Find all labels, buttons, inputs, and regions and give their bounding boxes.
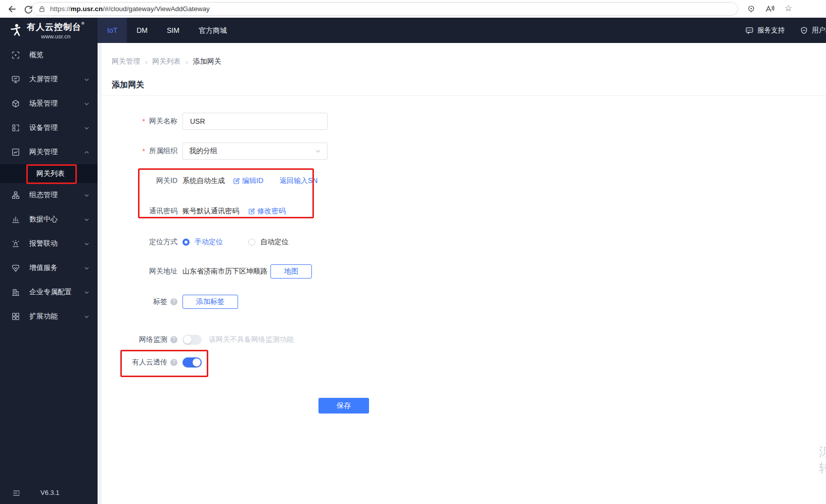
breadcrumb-gateway-mgmt[interactable]: 网关管理 — [112, 57, 140, 66]
sidebar-item-label: 增值服务 — [29, 263, 58, 272]
version-label: V6.3.1 — [40, 489, 60, 496]
positioning-label: 定位方式 — [112, 238, 177, 247]
sidebar-content-gap — [98, 43, 102, 504]
chevron-down-icon — [84, 125, 89, 131]
cloud-passthrough-toggle[interactable] — [182, 357, 202, 368]
tab-iot[interactable]: IoT — [98, 18, 127, 43]
form-row-tag: 标签? 添加标签 — [112, 293, 238, 310]
sidebar-item-label: 组态管理 — [29, 191, 58, 200]
auto-positioning-radio[interactable] — [248, 239, 255, 246]
address-label: 网关地址 — [112, 267, 177, 276]
shield-icon — [800, 26, 808, 35]
form-row-cloud-passthrough: 有人云透传? — [112, 354, 202, 371]
grid-icon — [11, 312, 20, 321]
sidebar-item-label: 场景管理 — [29, 99, 58, 108]
favorite-star-icon[interactable]: ☆ — [785, 3, 792, 14]
sidebar-item-label: 企业专属配置 — [29, 288, 72, 297]
gateway-name-label: *网关名称 — [112, 117, 177, 126]
tab-official-store[interactable]: 官方商城 — [189, 18, 237, 43]
logo-title: 有人云控制台® — [27, 21, 85, 33]
browser-bar: https://mp.usr.cn/#/cloud/gateway/ViewAd… — [0, 0, 826, 18]
edit-id-link[interactable]: 编辑ID — [233, 176, 263, 186]
tag-label: 标签? — [112, 297, 177, 306]
edit-icon — [233, 177, 240, 185]
chevron-down-icon — [84, 217, 89, 222]
sidebar-item-label: 设备管理 — [29, 123, 58, 132]
save-button[interactable]: 保存 — [318, 398, 369, 414]
sidebar-item-label: 扩展功能 — [29, 312, 58, 321]
sidebar-item-gateway[interactable]: 网关管理 — [0, 140, 98, 164]
device-icon — [11, 123, 20, 132]
tab-sim[interactable]: SIM — [157, 18, 189, 43]
add-tag-button[interactable]: 添加标签 — [182, 295, 238, 309]
top-nav-tabs: IoT DM SIM 官方商城 — [98, 18, 237, 43]
breadcrumb-current: 添加网关 — [193, 57, 221, 66]
gateway-id-label: 网关ID — [112, 176, 177, 186]
change-password-link[interactable]: 修改密码 — [248, 207, 286, 216]
location-icon[interactable] — [747, 5, 756, 14]
help-icon[interactable]: ? — [170, 336, 177, 343]
gateway-icon — [11, 148, 20, 157]
breadcrumb-gateway-list[interactable]: 网关列表 — [152, 57, 180, 66]
collapse-sidebar-icon[interactable] — [12, 489, 21, 497]
organization-selected-value: 我的分组 — [189, 147, 217, 156]
sidebar-item-enterprise-config[interactable]: 企业专属配置 — [0, 280, 98, 304]
chevron-up-icon — [84, 150, 89, 155]
back-icon[interactable] — [7, 4, 17, 14]
chevron-down-icon — [84, 77, 89, 82]
sidebar-footer: V6.3.1 — [0, 488, 98, 499]
map-button[interactable]: 地图 — [270, 264, 312, 279]
sidebar-item-label: 数据中心 — [29, 215, 58, 224]
service-support[interactable]: 服务支持 — [745, 26, 785, 35]
breadcrumb-separator: › — [186, 58, 188, 66]
main-content: 网关管理 › 网关列表 › 添加网关 添加网关 *网关名称 *所属组织 我的分组… — [102, 43, 826, 504]
header-right: 服务支持 用户权限 — [745, 18, 826, 43]
manual-positioning-label[interactable]: 手动定位 — [195, 238, 223, 247]
app-header: 有人云控制台® www.usr.cn IoT DM SIM 官方商城 服务支持 … — [0, 18, 826, 43]
sidebar-item-device[interactable]: 设备管理 — [0, 116, 98, 140]
service-support-label: 服务支持 — [757, 26, 785, 35]
logo-subtitle: www.usr.cn — [27, 33, 85, 39]
sidebar: 概览 大屏管理 场景管理 设备管理 网关管理 网关列表 组态管理 数据中心 报警… — [0, 43, 98, 504]
sidebar-item-configuration[interactable]: 组态管理 — [0, 183, 98, 207]
read-aloud-icon[interactable] — [765, 4, 775, 14]
chevron-down-icon — [84, 265, 89, 271]
sidebar-item-bigscreen[interactable]: 大屏管理 — [0, 67, 98, 91]
form-row-positioning: 定位方式 手动定位 自动定位 — [112, 234, 289, 251]
sidebar-item-scene[interactable]: 场景管理 — [0, 91, 98, 116]
chevron-down-icon — [84, 290, 89, 295]
chat-icon — [745, 26, 754, 35]
logo[interactable]: 有人云控制台® www.usr.cn — [0, 18, 98, 43]
sidebar-item-value-added[interactable]: 增值服务 — [0, 256, 98, 280]
sidebar-item-extensions[interactable]: 扩展功能 — [0, 304, 98, 329]
manual-positioning-radio[interactable] — [182, 239, 190, 246]
watermark: 泺 转 — [819, 444, 826, 479]
return-input-sn-link[interactable]: 返回输入SN — [280, 176, 317, 186]
help-icon[interactable]: ? — [170, 298, 177, 305]
sidebar-item-alarm[interactable]: 报警联动 — [0, 232, 98, 256]
sidebar-item-gateway-list[interactable]: 网关列表 — [0, 164, 98, 183]
chevron-down-icon — [315, 148, 321, 154]
user-rights-label: 用户权限 — [812, 26, 826, 35]
help-icon[interactable]: ? — [170, 359, 177, 366]
user-rights[interactable]: 用户权限 — [800, 26, 826, 35]
comm-password-value: 账号默认通讯密码 — [182, 207, 239, 216]
sidebar-item-label: 概览 — [29, 51, 43, 60]
url-bar[interactable]: https://mp.usr.cn/#/cloud/gateway/ViewAd… — [32, 2, 738, 16]
sidebar-item-datacenter[interactable]: 数据中心 — [0, 207, 98, 232]
breadcrumb-separator: › — [145, 58, 147, 66]
form-row-address: 网关地址 山东省济南市历下区坤顺路 地图 — [112, 263, 312, 280]
organization-select[interactable]: 我的分组 — [182, 143, 328, 160]
sidebar-item-overview[interactable]: 概览 — [0, 43, 98, 67]
chevron-down-icon — [84, 314, 89, 319]
tab-dm[interactable]: DM — [127, 18, 157, 43]
edit-icon — [248, 208, 255, 215]
comm-password-label: 通讯密码 — [112, 207, 177, 216]
form-row-gateway-name: *网关名称 — [112, 113, 328, 130]
auto-positioning-label[interactable]: 自动定位 — [260, 238, 289, 247]
gateway-name-input[interactable] — [182, 113, 328, 130]
sidebar-item-label: 大屏管理 — [29, 75, 58, 84]
breadcrumb: 网关管理 › 网关列表 › 添加网关 — [112, 57, 221, 66]
network-monitor-toggle[interactable] — [182, 335, 202, 345]
gateway-id-value: 系统自动生成 — [182, 176, 225, 186]
